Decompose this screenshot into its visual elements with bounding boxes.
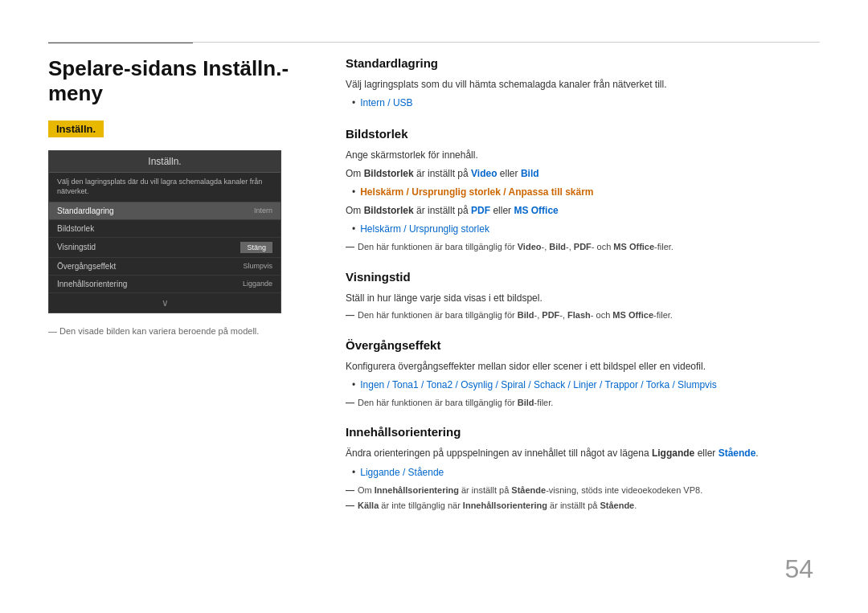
menu-item-value: Slumpvis [243, 262, 272, 270]
video-link: Video [471, 168, 497, 179]
model-note: — Den visade bilden kan variera beroende… [48, 326, 313, 336]
menu-item-value: Intern [254, 206, 272, 215]
standardlagring-bullet: • Intern / USB [352, 96, 820, 111]
section-body-overgangseffekt: Konfigurera övergångseffekter mellan sid… [346, 359, 820, 410]
section-visningstid: Visningstid Ställ in hur länge varje sid… [346, 270, 820, 322]
bild-link: Bild [521, 168, 539, 179]
bullet-dot: • [352, 96, 355, 111]
standardlagring-options: Intern / USB [360, 96, 412, 111]
top-divider-line [48, 42, 820, 43]
visningstid-note: — Den här funktionen är bara tillgänglig… [346, 309, 820, 322]
overgangseffekt-note: — Den här funktionen är bara tillgänglig… [346, 396, 820, 410]
menu-item-visningstid: Visningstid Stäng [49, 238, 280, 258]
right-column: Standardlagring Välj lagringsplats som d… [346, 56, 820, 529]
innehallsorientering-note2: — Källa är inte tillgänglig när Innehåll… [346, 499, 820, 513]
bullet-dot2: • [352, 222, 355, 237]
stang-button[interactable]: Stäng [240, 242, 272, 253]
bildstorlek-desc3: Om Bildstorlek är inställt på PDF eller … [346, 203, 820, 219]
section-bildstorlek: Bildstorlek Ange skärmstorlek för innehå… [346, 127, 820, 253]
innehallsorientering-bullet: • Liggande / Stående [352, 465, 820, 480]
menu-preview-header: Inställn. [49, 151, 280, 173]
menu-preview: Inställn. Välj den lagringsplats där du … [48, 150, 281, 313]
left-column: Spelare-sidans Inställn.-meny Inställn. … [48, 56, 313, 336]
section-title-bildstorlek: Bildstorlek [346, 127, 820, 144]
menu-item-overgangseffekt: Övergångseffekt Slumpvis [49, 258, 280, 276]
bildstorlek-options2: Helskärm / Ursprunglig storlek [360, 222, 489, 237]
badge-instelln: Inställn. [48, 121, 104, 137]
section-title-overgangseffekt: Övergångseffekt [346, 338, 820, 355]
menu-item-innehallsorientering: Innehållsorientering Liggande [49, 276, 280, 293]
page-number: 54 [784, 554, 813, 584]
menu-item-label: Övergångseffekt [57, 262, 116, 271]
section-body-visningstid: Ställ in hur länge varje sida visas i et… [346, 291, 820, 322]
bildstorlek-bullet2: • Helskärm / Ursprunglig storlek [352, 222, 820, 237]
bullet-dot: • [352, 378, 355, 393]
overgangseffekt-bullet: • Ingen / Tona1 / Tona2 / Osynlig / Spir… [352, 378, 820, 393]
section-overgangseffekt: Övergångseffekt Konfigurera övergångseff… [346, 338, 820, 410]
menu-arrow: ∨ [49, 293, 280, 313]
innehallsorientering-note2-text: Källa är inte tillgänglig när Innehållso… [358, 499, 637, 513]
bildstorlek-desc2: Om Bildstorlek är inställt på Video elle… [346, 166, 820, 182]
note-dash: — [346, 484, 354, 497]
section-title-innehallsorientering: Innehållsorientering [346, 425, 820, 442]
innehallsorientering-options: Liggande / Stående [360, 465, 444, 480]
pdf-link: PDF [471, 205, 490, 216]
menu-preview-description: Välj den lagringsplats där du vill lagra… [49, 173, 280, 202]
section-standardlagring: Standardlagring Välj lagringsplats som d… [346, 56, 820, 111]
innehallsorientering-note1: — Om Innehållsorientering är inställt på… [346, 484, 820, 497]
note-dash: — [346, 396, 354, 410]
bildstorlek-desc1: Ange skärmstorlek för innehåll. [346, 148, 820, 163]
menu-item-standardlagring: Standardlagring Intern [49, 202, 280, 220]
bullet-dot: • [352, 185, 355, 200]
bildstorlek-bold: Bildstorlek [364, 168, 414, 179]
overgangseffekt-options: Ingen / Tona1 / Tona2 / Osynlig / Spiral… [360, 378, 717, 393]
menu-item-bildstorlek: Bildstorlek [49, 220, 280, 238]
menu-item-label: Innehållsorientering [57, 280, 127, 288]
innehallsorientering-note1-text: Om Innehållsorientering är inställt på S… [358, 484, 702, 497]
bildstorlek-bold2: Bildstorlek [364, 205, 414, 216]
msoffice-link: MS Office [514, 205, 558, 216]
bildstorlek-note: — Den här funktionen är bara tillgänglig… [346, 240, 820, 254]
note-dash: — [346, 309, 354, 322]
section-innehallsorientering: Innehållsorientering Ändra orienteringen… [346, 425, 820, 512]
visningstid-note-text: Den här funktionen är bara tillgänglig f… [358, 309, 673, 322]
page-title: Spelare-sidans Inställn.-meny [48, 56, 313, 106]
section-body-standardlagring: Välj lagringsplats som du vill hämta sch… [346, 77, 820, 111]
bildstorlek-note-text: Den här funktionen är bara tillgänglig f… [358, 240, 674, 254]
menu-item-value: Liggande [243, 280, 272, 288]
bildstorlek-bullet1: • Helskärm / Ursprunglig storlek / Anpas… [352, 185, 820, 200]
menu-item-label: Visningstid [57, 243, 96, 251]
innehallsorientering-desc: Ändra orienteringen på uppspelningen av … [346, 446, 820, 461]
section-title-standardlagring: Standardlagring [346, 56, 820, 73]
overgangseffekt-desc: Konfigurera övergångseffekter mellan sid… [346, 359, 820, 374]
visningstid-desc: Ställ in hur länge varje sida visas i et… [346, 291, 820, 306]
section-body-innehallsorientering: Ändra orienteringen på uppspelningen av … [346, 446, 820, 512]
overgangseffekt-note-text: Den här funktionen är bara tillgänglig f… [358, 396, 553, 410]
note-dash2: — [346, 499, 354, 513]
section-title-visningstid: Visningstid [346, 270, 820, 287]
standardlagring-desc: Välj lagringsplats som du vill hämta sch… [346, 77, 820, 92]
note-dash: — [346, 240, 354, 254]
section-body-bildstorlek: Ange skärmstorlek för innehåll. Om Bilds… [346, 148, 820, 253]
menu-item-label: Bildstorlek [57, 224, 94, 233]
stande-link: Stående [719, 447, 756, 459]
menu-item-label: Standardlagring [57, 206, 114, 215]
bildstorlek-options1: Helskärm / Ursprunglig storlek / Anpassa… [360, 185, 593, 200]
bullet-dot: • [352, 465, 355, 480]
